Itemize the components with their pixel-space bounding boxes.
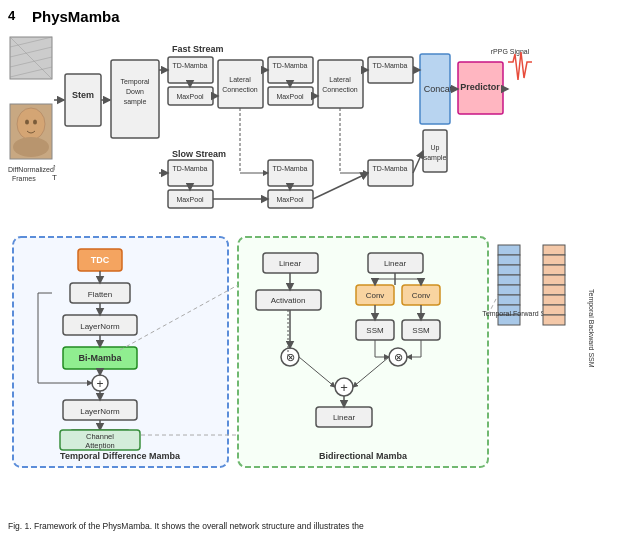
svg-text:Down: Down bbox=[126, 88, 144, 95]
svg-text:Linear: Linear bbox=[384, 259, 407, 268]
svg-rect-56 bbox=[168, 160, 213, 186]
bottom-section: Temporal Difference Mamba TDC Flatten La… bbox=[8, 235, 632, 500]
caption-text: Fig. 1. Framework of the PhysMamba. It s… bbox=[8, 521, 364, 531]
diff-norm-label: DiffNormalized bbox=[8, 166, 54, 173]
svg-text:TD-Mamba: TD-Mamba bbox=[272, 165, 307, 172]
svg-rect-147 bbox=[498, 295, 520, 305]
svg-text:+: + bbox=[340, 380, 348, 395]
svg-text:MaxPool: MaxPool bbox=[276, 93, 304, 100]
svg-text:Stem: Stem bbox=[72, 90, 94, 100]
svg-text:Predictor: Predictor bbox=[460, 82, 500, 92]
svg-text:SSM: SSM bbox=[412, 326, 430, 335]
svg-rect-143 bbox=[498, 255, 520, 265]
svg-text:Lateral: Lateral bbox=[329, 76, 351, 83]
svg-rect-144 bbox=[498, 265, 520, 275]
svg-rect-142 bbox=[498, 245, 520, 255]
svg-text:TDC: TDC bbox=[91, 255, 110, 265]
svg-rect-22 bbox=[168, 57, 213, 83]
svg-text:Frames: Frames bbox=[12, 175, 36, 182]
svg-text:sample: sample bbox=[124, 98, 147, 106]
svg-text:Connection: Connection bbox=[322, 86, 358, 93]
svg-text:Channel: Channel bbox=[86, 432, 114, 441]
svg-point-7 bbox=[17, 108, 45, 140]
svg-text:TD-Mamba: TD-Mamba bbox=[172, 165, 207, 172]
figure-caption: Fig. 1. Framework of the PhysMamba. It s… bbox=[8, 521, 632, 532]
svg-text:Conv: Conv bbox=[366, 291, 385, 300]
bottom-diagram-svg: Temporal Difference Mamba TDC Flatten La… bbox=[8, 235, 632, 500]
svg-rect-151 bbox=[543, 245, 565, 255]
svg-rect-62 bbox=[268, 160, 313, 186]
top-diagram-svg: DiffNormalized Frames ↑ T Stem Temporal … bbox=[8, 32, 632, 227]
svg-text:LayerNorm: LayerNorm bbox=[80, 407, 120, 416]
svg-text:Temporal Difference Mamba: Temporal Difference Mamba bbox=[60, 451, 181, 461]
svg-rect-42 bbox=[368, 57, 413, 83]
svg-text:MaxPool: MaxPool bbox=[176, 196, 204, 203]
svg-text:Temporal Backward SSM: Temporal Backward SSM bbox=[587, 289, 595, 368]
svg-rect-38 bbox=[318, 60, 363, 108]
svg-text:Concat: Concat bbox=[424, 84, 453, 94]
svg-text:Temporal: Temporal bbox=[121, 78, 150, 86]
svg-text:Lateral: Lateral bbox=[229, 76, 251, 83]
svg-text:TD-Mamba: TD-Mamba bbox=[372, 165, 407, 172]
svg-text:Linear: Linear bbox=[333, 413, 356, 422]
svg-text:sample: sample bbox=[424, 154, 447, 162]
svg-point-10 bbox=[33, 120, 37, 125]
svg-text:⊗: ⊗ bbox=[394, 351, 403, 363]
svg-text:TD-Mamba: TD-Mamba bbox=[272, 62, 307, 69]
svg-rect-68 bbox=[368, 160, 413, 186]
svg-rect-145 bbox=[498, 275, 520, 285]
svg-rect-15 bbox=[65, 74, 101, 126]
svg-text:⊗: ⊗ bbox=[286, 351, 295, 363]
svg-rect-154 bbox=[543, 275, 565, 285]
svg-text:LayerNorm: LayerNorm bbox=[80, 322, 120, 331]
svg-rect-146 bbox=[498, 285, 520, 295]
svg-text:Connection: Connection bbox=[222, 86, 258, 93]
top-diagram: DiffNormalized Frames ↑ T Stem Temporal … bbox=[8, 32, 632, 227]
svg-rect-152 bbox=[543, 255, 565, 265]
fast-stream-label: Fast Stream bbox=[172, 44, 224, 54]
svg-point-8 bbox=[13, 137, 49, 157]
svg-text:↑: ↑ bbox=[52, 162, 57, 172]
svg-rect-157 bbox=[543, 305, 565, 315]
svg-text:Bi-Mamba: Bi-Mamba bbox=[78, 353, 122, 363]
svg-text:+: + bbox=[96, 377, 103, 391]
svg-text:Linear: Linear bbox=[279, 259, 302, 268]
figure-number: 4 bbox=[8, 8, 15, 23]
svg-rect-32 bbox=[268, 57, 313, 83]
svg-text:Conv: Conv bbox=[412, 291, 431, 300]
svg-rect-48 bbox=[423, 130, 447, 172]
svg-text:Flatten: Flatten bbox=[88, 290, 112, 299]
svg-rect-158 bbox=[543, 315, 565, 325]
svg-rect-28 bbox=[218, 60, 263, 108]
svg-text:SSM: SSM bbox=[366, 326, 384, 335]
svg-text:TD-Mamba: TD-Mamba bbox=[372, 62, 407, 69]
svg-line-70 bbox=[313, 173, 368, 199]
svg-text:rPPG Signal: rPPG Signal bbox=[491, 48, 530, 56]
figure-title: PhysMamba bbox=[32, 8, 120, 25]
svg-text:T: T bbox=[52, 173, 57, 182]
svg-rect-155 bbox=[543, 285, 565, 295]
svg-text:Up: Up bbox=[431, 144, 440, 152]
svg-line-71 bbox=[413, 151, 423, 173]
svg-rect-156 bbox=[543, 295, 565, 305]
page-container: 4 PhysMamba DiffNormalized Frames ↑ bbox=[0, 0, 640, 536]
slow-stream-label: Slow Stream bbox=[172, 149, 226, 159]
svg-text:TD-Mamba: TD-Mamba bbox=[172, 62, 207, 69]
svg-text:Bidirectional Mamba: Bidirectional Mamba bbox=[319, 451, 408, 461]
svg-text:MaxPool: MaxPool bbox=[176, 93, 204, 100]
svg-text:Activation: Activation bbox=[271, 296, 306, 305]
svg-rect-153 bbox=[543, 265, 565, 275]
svg-text:MaxPool: MaxPool bbox=[276, 196, 304, 203]
svg-point-9 bbox=[25, 120, 29, 125]
